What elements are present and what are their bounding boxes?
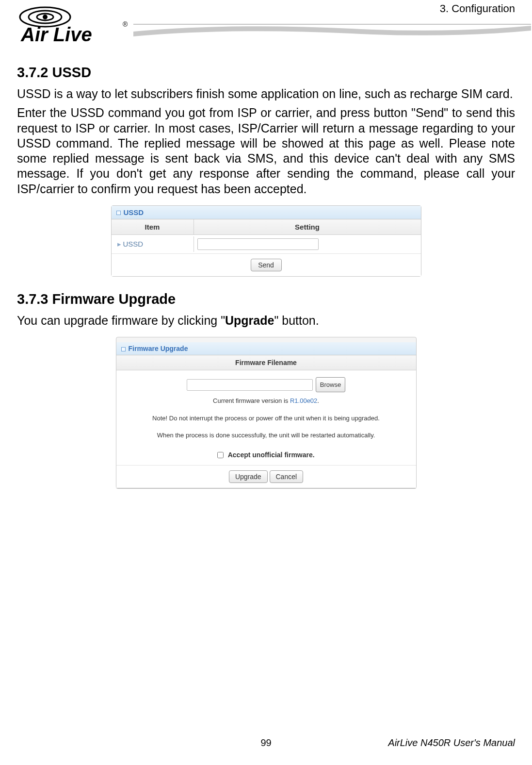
cancel-button[interactable]: Cancel: [270, 470, 304, 483]
firmware-note1: Note! Do not interrupt the process or po…: [125, 413, 407, 424]
ussd-intro-p1: USSD is a way to let subscribers finish …: [17, 86, 515, 101]
svg-point-3: [43, 15, 48, 19]
firmware-filename-header: Firmware Filename: [116, 355, 416, 370]
page-header: Air Live ® 3. Configuration: [17, 0, 515, 58]
firmware-body: Browse Current firmware version is R1.00…: [116, 370, 416, 466]
ussd-input[interactable]: [197, 238, 319, 250]
accept-unofficial-checkbox[interactable]: [217, 452, 224, 458]
section-heading-ussd: 3.7.2 USSD: [17, 65, 515, 81]
upgrade-button[interactable]: Upgrade: [229, 470, 268, 483]
accept-unofficial-row: Accept unofficial firmware.: [125, 449, 407, 461]
firmware-version-line: Current firmware version is R1.00e02.: [125, 395, 407, 406]
airlive-logo: Air Live ®: [17, 2, 129, 46]
section-heading-firmware: 3.7.3 Firmware Upgrade: [17, 291, 515, 307]
ussd-col-item: Item: [112, 219, 194, 234]
firmware-path-input[interactable]: [187, 379, 313, 391]
chapter-label: 3. Configuration: [440, 2, 515, 15]
ussd-panel-title: USSD: [112, 206, 421, 219]
firmware-version-value: R1.00e02: [290, 397, 317, 404]
page-footer: 99 AirLive N450R User's Manual: [17, 737, 515, 748]
page-number: 99: [260, 737, 271, 748]
ussd-intro-p2: Enter the USSD command you got from ISP …: [17, 105, 515, 197]
ussd-row: ▸USSD: [112, 235, 421, 254]
svg-text:Air Live: Air Live: [20, 24, 92, 45]
firmware-intro: You can upgrade firmware by clicking "Up…: [17, 313, 515, 328]
firmware-button-row: Upgrade Cancel: [116, 466, 416, 488]
svg-text:®: ®: [123, 20, 128, 28]
doc-title: AirLive N450R User's Manual: [388, 737, 515, 748]
header-swoosh: [133, 22, 531, 39]
panel-bullet-icon: [121, 347, 126, 351]
panel-bullet-icon: [116, 211, 121, 215]
browse-button[interactable]: Browse: [316, 377, 345, 392]
ussd-button-row: Send: [112, 254, 421, 276]
ussd-row-label: ▸USSD: [112, 236, 194, 252]
accept-unofficial-label: Accept unofficial firmware.: [228, 451, 315, 459]
firmware-panel-title: Firmware Upgrade: [116, 342, 416, 355]
ussd-col-setting: Setting: [194, 219, 421, 234]
main-content: 3.7.2 USSD USSD is a way to let subscrib…: [17, 58, 515, 489]
send-button[interactable]: Send: [251, 259, 282, 271]
ussd-table-header: Item Setting: [112, 219, 421, 235]
firmware-note2: When the process is done successfully, t…: [125, 430, 407, 441]
caret-icon: ▸: [117, 240, 121, 248]
ussd-panel: USSD Item Setting ▸USSD Send: [111, 205, 421, 277]
firmware-panel-outer: Firmware Upgrade Firmware Filename Brows…: [116, 337, 417, 489]
